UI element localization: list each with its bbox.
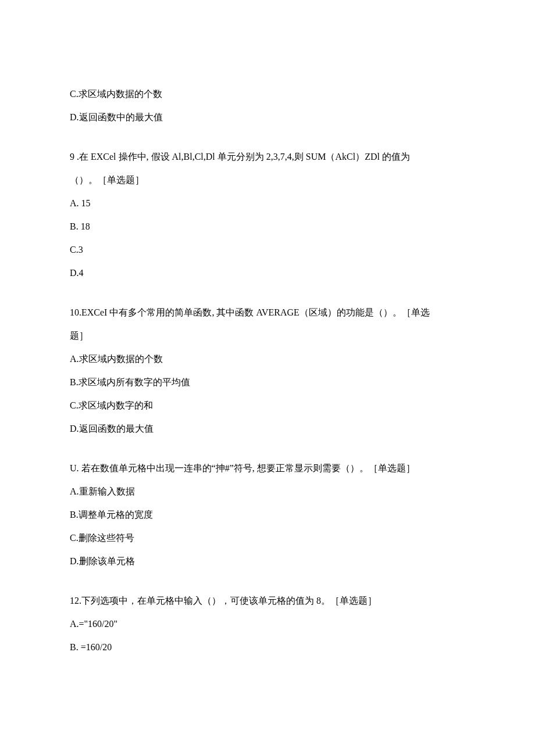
q11-stem: U. 若在数值单元格中出现一连串的“抻#”符号, 想要正常显示则需要（）。［单选… — [70, 461, 465, 475]
prev-option-c: C.求区域内数据的个数 — [70, 87, 465, 101]
q11-option-d: D.删除该单元格 — [70, 554, 465, 568]
prev-option-d: D.返回函数中的最大值 — [70, 110, 465, 124]
q12-stem: 12.下列选项中，在单元格中输入（），可使该单元格的值为 8。［单选题］ — [70, 594, 465, 608]
q9-option-c: C.3 — [70, 243, 465, 257]
q9-option-b: B. 18 — [70, 220, 465, 234]
q10-option-d: D.返回函数的最大值 — [70, 422, 465, 436]
spacer — [70, 445, 465, 461]
q9-option-a: A. 15 — [70, 196, 465, 210]
q9-stem-line1: 9 .在 EXCel 操作中, 假设 Al,Bl,Cl,Dl 单元分别为 2,3… — [70, 150, 465, 164]
q9-stem-line2: （）。［单选题］ — [70, 173, 465, 187]
q10-option-b: B.求区域内所有数字的平均值 — [70, 375, 465, 389]
q12-option-a: A.="160/20" — [70, 617, 465, 631]
q11-option-c: C.删除这些符号 — [70, 531, 465, 545]
q10-stem-line2: 题］ — [70, 329, 465, 343]
q11-option-b: B.调整单元格的宽度 — [70, 508, 465, 522]
q10-option-c: C.求区域内数字的和 — [70, 399, 465, 413]
q11-option-a: A.重新输入数据 — [70, 485, 465, 499]
q10-option-a: A.求区域内数据的个数 — [70, 352, 465, 366]
q10-stem-line1: 10.EXCeI 中有多个常用的简单函数, 其中函数 AVERAGE（区域）的功… — [70, 306, 465, 320]
q9-option-d: D.4 — [70, 266, 465, 280]
spacer — [70, 289, 465, 306]
spacer — [70, 578, 465, 594]
q12-option-b: B. =160/20 — [70, 640, 465, 654]
spacer — [70, 134, 465, 150]
